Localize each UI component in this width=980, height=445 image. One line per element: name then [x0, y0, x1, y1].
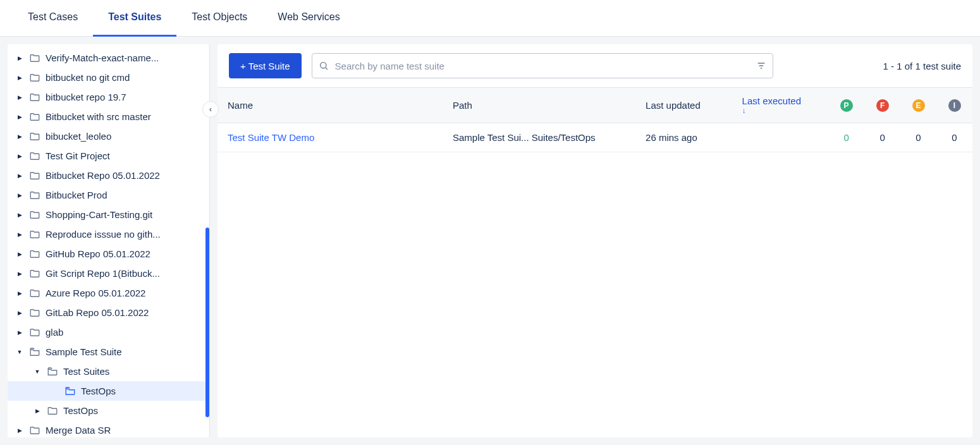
col-last-updated[interactable]: Last updated	[635, 88, 732, 123]
col-error[interactable]: E	[900, 88, 936, 123]
tree-item-label: GitLab Repo 05.01.2022	[46, 307, 149, 318]
tree-item[interactable]: ▶Reproduce isssue no gith...	[8, 224, 209, 244]
caret-right-icon[interactable]: ▶	[15, 173, 24, 179]
folder-open-icon	[29, 346, 40, 358]
caret-right-icon[interactable]: ▶	[15, 310, 24, 316]
tree-item[interactable]: ▼Test Suites	[8, 362, 209, 381]
cell-error: 0	[900, 123, 936, 152]
cell-last-updated: 26 mins ago	[635, 123, 732, 152]
folder-icon	[29, 288, 40, 299]
tree-item[interactable]: ▶TestOps	[8, 401, 209, 420]
tree-item-label: Shopping-Cart-Testing.git	[46, 209, 152, 220]
cell-path: Sample Test Sui... Suites/TestOps	[443, 123, 635, 152]
tree-item-label: glab	[46, 327, 63, 338]
col-last-executed[interactable]: Last executed ↓	[732, 88, 829, 123]
tree-item[interactable]: ▶bibucket_leoleo	[8, 126, 209, 146]
search-input[interactable]	[335, 61, 750, 71]
tab-test-cases[interactable]: Test Cases	[13, 0, 93, 37]
cell-name[interactable]: Test Suite TW Demo	[217, 123, 443, 152]
svg-line-1	[326, 68, 328, 70]
tree-item[interactable]: ▶Git Script Repo 1(Bitbuck...	[8, 264, 209, 283]
tree-item[interactable]: ▶Bitbucket Prod	[8, 185, 209, 205]
col-incomplete[interactable]: I	[936, 88, 972, 123]
scrollbar-thumb[interactable]	[205, 228, 209, 417]
tree-item-label: bitbucket repo 19.7	[46, 92, 126, 102]
test-suite-table: Name Path Last updated Last executed ↓ P…	[217, 87, 972, 152]
tree-item[interactable]: ▶Verify-Match-exact-name...	[8, 48, 209, 68]
search-box[interactable]	[312, 53, 773, 78]
tree-item-label: Test Git Project	[46, 150, 110, 161]
filter-icon[interactable]	[756, 61, 766, 71]
caret-right-icon[interactable]: ▶	[15, 212, 24, 218]
folder-icon	[29, 92, 40, 103]
chevron-left-icon: ‹	[209, 105, 212, 114]
col-pass[interactable]: P	[828, 88, 864, 123]
folder-icon	[47, 405, 58, 417]
tree-item-label: Test Suites	[63, 366, 109, 377]
sidebar-collapse-button[interactable]: ‹	[202, 101, 219, 118]
tree-item[interactable]: ▶Bitbucket Repo 05.01.2022	[8, 166, 209, 185]
caret-right-icon[interactable]: ▶	[15, 94, 24, 101]
folder-icon	[29, 72, 40, 83]
folder-icon	[29, 425, 40, 436]
tree-item[interactable]: ▶Shopping-Cart-Testing.git	[8, 205, 209, 224]
tree-item-label: Bitbucket Prod	[46, 190, 107, 200]
folder-icon	[29, 327, 40, 338]
caret-right-icon[interactable]: ▶	[15, 251, 24, 257]
caret-right-icon[interactable]: ▶	[15, 427, 24, 434]
error-badge-icon: E	[912, 99, 925, 112]
tree-item[interactable]: ▶bitbucket no git cmd	[8, 68, 209, 87]
caret-right-icon[interactable]: ▶	[15, 290, 24, 296]
caret-right-icon[interactable]: ▶	[15, 153, 24, 159]
tree-item[interactable]: ▶Merge Data SR	[8, 420, 209, 437]
caret-right-icon[interactable]: ▶	[15, 75, 24, 81]
tab-test-suites[interactable]: Test Suites	[93, 0, 176, 37]
caret-right-icon[interactable]: ▶	[15, 55, 24, 61]
content-panel: + Test Suite 1 - 1 of 1 test suite Name …	[217, 44, 972, 437]
add-test-suite-button[interactable]: + Test Suite	[229, 53, 302, 78]
top-tabs: Test CasesTest SuitesTest ObjectsWeb Ser…	[0, 0, 980, 37]
table-header-row: Name Path Last updated Last executed ↓ P…	[217, 88, 972, 123]
tree-item-label: TestOps	[81, 386, 116, 396]
tree-item[interactable]: TestOps	[8, 381, 209, 401]
table-row[interactable]: Test Suite TW DemoSample Test Sui... Sui…	[217, 123, 972, 152]
tree-item-label: bibucket_leoleo	[46, 131, 111, 142]
caret-right-icon[interactable]: ▶	[33, 408, 42, 414]
caret-right-icon[interactable]: ▶	[15, 231, 24, 238]
caret-down-icon[interactable]: ▼	[33, 369, 42, 375]
folder-icon	[29, 131, 40, 142]
folder-icon	[29, 170, 40, 181]
tree-item[interactable]: ▶Test Git Project	[8, 146, 209, 166]
col-path[interactable]: Path	[443, 88, 635, 123]
folder-tree-sidebar: ▶Verify-Match-exact-name...▶bitbucket no…	[8, 44, 210, 437]
tree-item[interactable]: ▶Azure Repo 05.01.2022	[8, 283, 209, 303]
col-name[interactable]: Name	[217, 88, 443, 123]
caret-right-icon[interactable]: ▶	[15, 192, 24, 198]
tree-item[interactable]: ▼Sample Test Suite	[8, 342, 209, 362]
tree-item-label: Verify-Match-exact-name...	[46, 52, 159, 63]
tree-item-label: Git Script Repo 1(Bitbuck...	[46, 268, 160, 279]
fail-badge-icon: F	[876, 99, 889, 112]
tab-web-services[interactable]: Web Services	[262, 0, 355, 37]
caret-right-icon[interactable]: ▶	[15, 133, 24, 140]
tree-item[interactable]: ▶Bitbucket with src master	[8, 107, 209, 126]
col-fail[interactable]: F	[864, 88, 900, 123]
caret-right-icon[interactable]: ▶	[15, 114, 24, 120]
pass-badge-icon: P	[840, 99, 853, 112]
tree-item-label: Reproduce isssue no gith...	[46, 229, 161, 240]
caret-right-icon[interactable]: ▶	[15, 329, 24, 336]
tab-test-objects[interactable]: Test Objects	[176, 0, 262, 37]
caret-down-icon[interactable]: ▼	[15, 349, 24, 355]
tree-item[interactable]: ▶GitLab Repo 05.01.2022	[8, 303, 209, 322]
cell-last-executed	[732, 123, 829, 152]
folder-icon	[29, 209, 40, 221]
folder-icon	[29, 229, 40, 240]
folder-open-icon	[47, 366, 58, 377]
folder-icon	[29, 268, 40, 279]
folder-open-icon	[64, 386, 76, 397]
tree-item[interactable]: ▶bitbucket repo 19.7	[8, 87, 209, 107]
caret-right-icon[interactable]: ▶	[15, 271, 24, 277]
tree-item-label: Bitbucket with src master	[46, 111, 151, 122]
tree-item[interactable]: ▶glab	[8, 322, 209, 342]
tree-item[interactable]: ▶GitHub Repo 05.01.2022	[8, 244, 209, 264]
